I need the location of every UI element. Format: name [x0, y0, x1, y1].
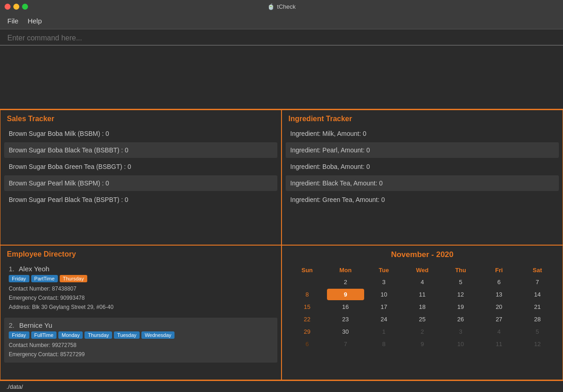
list-item: 1. Alex Yeoh Friday PartTime Thursday Co… [4, 261, 277, 316]
cal-cell: 13 [480, 289, 518, 300]
tag: Wednesday [141, 331, 175, 339]
cal-cell: 24 [365, 314, 403, 325]
window-controls[interactable] [5, 4, 28, 10]
calendar-title: November - 2020 [288, 250, 556, 259]
menu-bar: File Help [0, 13, 563, 29]
cal-cell: 2 [404, 326, 441, 337]
cal-cell: 16 [327, 301, 365, 313]
list-item: Ingredient: Milk, Amount: 0 [286, 126, 559, 141]
cal-cell: 7 [327, 338, 365, 350]
cal-cell: 15 [288, 301, 326, 313]
cal-cell: 19 [442, 301, 479, 313]
employee-name: 1. Alex Yeoh [9, 265, 273, 273]
list-item: Ingredient: Pearl, Amount: 0 [286, 142, 559, 158]
tag: Thursday [84, 331, 112, 339]
employee-tags: Friday FullTime Monday Thursday Tuesday … [9, 331, 273, 339]
cal-cell: 12 [518, 338, 556, 350]
cal-cell: 3 [365, 276, 403, 288]
employee-directory-panel: Employee Directory 1. Alex Yeoh Friday P… [0, 245, 282, 381]
cal-header-sun: Sun [288, 265, 326, 275]
cal-cell: 20 [480, 301, 518, 313]
ingredient-tracker-title: Ingredient Tracker [282, 110, 563, 126]
cal-cell [288, 276, 326, 288]
list-item: 2. Bernice Yu Friday FullTime Monday Thu… [4, 318, 277, 363]
employee-info: Contact Number: 87438807 Emergency Conta… [9, 284, 273, 312]
list-item: Ingredient: Green Tea, Amount: 0 [286, 192, 559, 207]
cal-cell: 11 [480, 338, 518, 350]
cal-cell: 9 [404, 338, 441, 350]
title-bar: 🍵 tCheck [0, 0, 563, 13]
list-item: Brown Sugar Pearl Milk (BSPM) : 0 [4, 175, 277, 191]
cal-cell: 10 [365, 289, 403, 300]
cal-cell: 4 [480, 326, 518, 337]
cal-cell: 4 [404, 276, 441, 288]
cal-cell: 17 [365, 301, 403, 313]
cal-cell: 29 [288, 326, 326, 337]
cal-cell: 6 [480, 276, 518, 288]
cal-cell: 8 [288, 289, 326, 300]
tag: Friday [9, 275, 29, 282]
cal-cell: 11 [404, 289, 441, 300]
cal-cell: 25 [404, 314, 441, 325]
cal-header-tue: Tue [365, 265, 403, 275]
list-item: Ingredient: Boba, Amount: 0 [286, 159, 559, 174]
cal-cell: 8 [365, 338, 403, 350]
cal-cell: 5 [518, 326, 556, 337]
tag: FullTime [31, 331, 57, 339]
cal-header-fri: Fri [480, 265, 518, 275]
ingredient-tracker-content[interactable]: Ingredient: Milk, Amount: 0 Ingredient: … [282, 126, 563, 245]
cal-header-mon: Mon [327, 265, 365, 275]
list-item: Brown Sugar Boba Green Tea (BSBGT) : 0 [4, 159, 277, 174]
cal-cell: 3 [442, 326, 479, 337]
cal-cell: 2 [327, 276, 365, 288]
employee-tags: Friday PartTime Thursday [9, 275, 273, 282]
tag: Monday [58, 331, 83, 339]
ingredient-tracker-panel: Ingredient Tracker Ingredient: Milk, Amo… [282, 110, 563, 245]
list-item: Brown Sugar Boba Black Tea (BSBBT) : 0 [4, 142, 277, 158]
command-input[interactable] [7, 34, 556, 42]
cal-cell: 18 [404, 301, 441, 313]
menu-help[interactable]: Help [28, 17, 42, 25]
tag: PartTime [31, 275, 58, 282]
calendar-grid: Sun Mon Tue Wed Thu Fri Sat 2 3 4 5 6 7 … [288, 265, 556, 350]
close-button[interactable] [5, 4, 11, 10]
cal-cell: 14 [518, 289, 556, 300]
list-item: Brown Sugar Pearl Black Tea (BSPBT) : 0 [4, 192, 277, 207]
cal-cell: 28 [518, 314, 556, 325]
cal-cell: 26 [442, 314, 479, 325]
minimize-button[interactable] [13, 4, 19, 10]
list-item: Brown Sugar Boba Milk (BSBM) : 0 [4, 126, 277, 141]
tag: Friday [9, 331, 29, 339]
employee-name: 2. Bernice Yu [9, 321, 273, 329]
cal-cell: 10 [442, 338, 479, 350]
cal-header-wed: Wed [404, 265, 441, 275]
status-bar: ./data/ [0, 380, 563, 392]
cal-cell: 12 [442, 289, 479, 300]
sales-tracker-title: Sales Tracker [0, 110, 281, 126]
cal-cell: 1 [365, 326, 403, 337]
calendar-panel: November - 2020 Sun Mon Tue Wed Thu Fri … [282, 245, 563, 381]
cal-cell-today: 9 [327, 289, 365, 300]
cal-cell: 6 [288, 338, 326, 350]
app-icon: 🍵 [267, 3, 275, 10]
cal-cell: 30 [327, 326, 365, 337]
status-path: ./data/ [6, 383, 23, 390]
sales-tracker-content[interactable]: Brown Sugar Boba Milk (BSBM) : 0 Brown S… [0, 126, 281, 245]
maximize-button[interactable] [22, 4, 28, 10]
employee-directory-content[interactable]: 1. Alex Yeoh Friday PartTime Thursday Co… [0, 261, 281, 380]
command-bar [0, 29, 563, 45]
cal-header-sat: Sat [518, 265, 556, 275]
employee-info: Contact Number: 99272758 Emergency Conta… [9, 341, 273, 359]
app-title: 🍵 tCheck [267, 3, 295, 10]
tag: Tuesday [114, 331, 140, 339]
cal-cell: 23 [327, 314, 365, 325]
list-item: Ingredient: Black Tea, Amount: 0 [286, 175, 559, 191]
calendar-content: November - 2020 Sun Mon Tue Wed Thu Fri … [282, 246, 563, 354]
cal-cell: 27 [480, 314, 518, 325]
menu-file[interactable]: File [7, 17, 18, 25]
employee-directory-title: Employee Directory [0, 246, 281, 261]
cal-cell: 21 [518, 301, 556, 313]
tag: Thursday [60, 275, 87, 282]
main-panels: Sales Tracker Brown Sugar Boba Milk (BSB… [0, 110, 563, 380]
output-area [0, 45, 563, 110]
